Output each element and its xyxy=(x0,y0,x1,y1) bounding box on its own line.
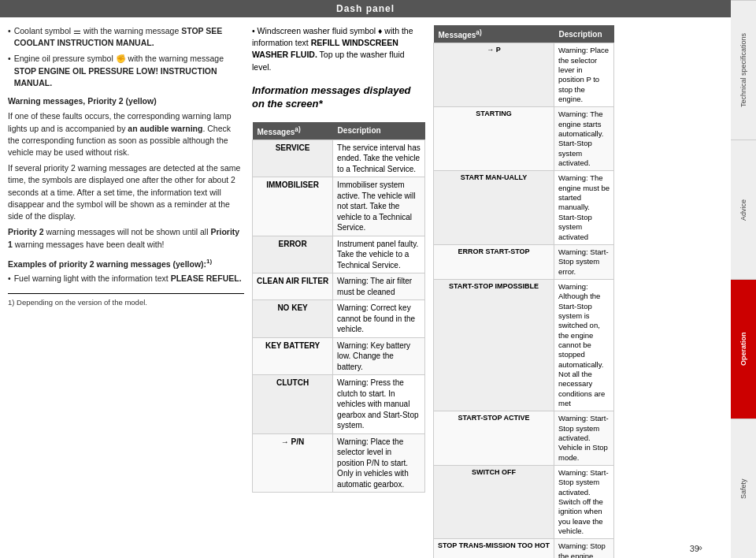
sidebar-section-technical-specifications[interactable]: Technical specifications xyxy=(731,0,756,140)
table-row: NO KEYWarning: Correct key cannot be fou… xyxy=(253,300,425,338)
msg-key: START-STOP ACTIVE xyxy=(434,411,554,466)
msg-desc: Warning: The air filter must be cleaned xyxy=(333,273,425,300)
sidebar-section-safety[interactable]: Safety xyxy=(731,418,756,558)
table-row: → P/NWarning: Place the selector level i… xyxy=(253,433,425,493)
msg-key: NO KEY xyxy=(253,300,333,338)
table-row: KEY BATTERYWarning: Key battery low. Cha… xyxy=(253,337,425,375)
msg-key: ERROR xyxy=(253,236,333,273)
msg-key: KEY BATTERY xyxy=(253,337,333,375)
coolant-text: Coolant symbol ⚌ with the warning messag… xyxy=(14,25,244,49)
mid-column: • Windscreen washer fluid symbol ♦ with … xyxy=(252,25,425,558)
msg-desc: Warning: Start-Stop system activated. Ve… xyxy=(554,411,614,466)
priority-text: Priority 2 warning messages will not be … xyxy=(8,226,244,250)
please-refuel: PLEASE REFUEL. xyxy=(171,273,242,283)
table-row: ERRORInstrument panel faulty. Take the v… xyxy=(253,236,425,273)
examples-heading: Examples of priority 2 warning messages … xyxy=(8,257,244,270)
priority2-label: Priority 2 xyxy=(8,227,44,236)
mid-table: Messagesa) Description SERVICEThe servic… xyxy=(252,122,425,493)
audible-warning: an audible warning xyxy=(128,124,202,133)
table-row: CLUTCHWarning: Press the clutch to start… xyxy=(253,375,425,434)
msg-desc: Warning: Start-Stop system error. xyxy=(554,244,614,279)
footnote: 1) Depending on the version of the model… xyxy=(8,293,244,308)
table-row: → PWarning: Place the selector lever in … xyxy=(434,43,614,107)
bullet-icon3: • xyxy=(8,273,11,285)
info-heading: Information messages displayed on the sc… xyxy=(252,84,425,111)
msg-key: IMMOBILISER xyxy=(253,177,333,236)
msg-desc: Warning: The engine starts automatically… xyxy=(554,107,614,171)
msg-key: START MAN-UALLY xyxy=(434,171,554,244)
bullet-oil: • Engine oil pressure symbol ✊ with the … xyxy=(8,53,244,89)
table-row: SWITCH OFFWarning: Start-Stop system act… xyxy=(434,466,614,539)
para2-text: If several priority 2 warning messages a… xyxy=(8,162,244,222)
content-area: • Coolant symbol ⚌ with the warning mess… xyxy=(0,17,731,558)
sidebar-section-advice[interactable]: Advice xyxy=(731,140,756,279)
table-row: SERVICEThe service interval has ended. T… xyxy=(253,140,425,177)
sidebar-section-operation[interactable]: Operation xyxy=(731,279,756,418)
fuel-text: Fuel warning light with the information … xyxy=(14,273,242,285)
coolant-bold: STOP SEE COOLANT INSTRUCTION MANUAL. xyxy=(14,26,223,47)
table-row: START-STOP IMPOSSIBLEWarning: Although t… xyxy=(434,279,614,411)
right-col2-header: Description xyxy=(554,25,614,43)
dash-panel-header: Dash panel xyxy=(0,0,731,17)
priority1-rest: warning messages have been dealt with! xyxy=(13,240,165,249)
bullet-icon: • xyxy=(8,25,11,49)
warning-heading: Warning messages, Priority 2 (yellow) xyxy=(8,95,244,107)
priority2-rest: warning messages will not be shown until… xyxy=(44,227,211,236)
mid-col2-header: Description xyxy=(333,122,425,140)
msg-desc: Warning: Place the selector level in pos… xyxy=(333,433,425,493)
oil-text: Engine oil pressure symbol ✊ with the wa… xyxy=(14,53,244,89)
table-row: START-STOP ACTIVEWarning: Start-Stop sys… xyxy=(434,411,614,466)
right-column: Messagesa) Description → PWarning: Place… xyxy=(433,25,614,558)
main-content: Dash panel • Coolant symbol ⚌ with the w… xyxy=(0,0,731,558)
msg-key: ERROR START-STOP xyxy=(434,244,554,279)
msg-key: CLEAN AIR FILTER xyxy=(253,273,333,300)
right-col1-header: Messagesa) xyxy=(434,25,554,43)
bullet-fuel: • Fuel warning light with the informatio… xyxy=(8,273,244,285)
table-row: STOP TRANS-MISSION TOO HOTWarning: Stop … xyxy=(434,539,614,558)
msg-key: SWITCH OFF xyxy=(434,466,554,539)
msg-desc: Instrument panel faulty. Take the vehicl… xyxy=(333,236,425,273)
msg-desc: Warning: Key battery low. Change the bat… xyxy=(333,337,425,375)
msg-key: SERVICE xyxy=(253,140,333,177)
washer-text: Windscreen washer fluid symbol ♦ with th… xyxy=(252,26,413,72)
table-row: CLEAN AIR FILTERWarning: The air filter … xyxy=(253,273,425,300)
page-number: 39 xyxy=(690,544,699,553)
msg-desc: Warning: Place the selector lever in pos… xyxy=(554,43,614,107)
msg-key: CLUTCH xyxy=(253,375,333,434)
msg-desc: Warning: Press the clutch to start. In v… xyxy=(333,375,425,434)
footnote-sup: 1) xyxy=(206,258,212,265)
msg-key: START-STOP IMPOSSIBLE xyxy=(434,279,554,411)
msg-key: STARTING xyxy=(434,107,554,171)
bullet-icon4: • xyxy=(252,26,258,35)
msg-key: STOP TRANS-MISSION TOO HOT xyxy=(434,539,554,558)
examples-label: Examples of priority 2 warning messages … xyxy=(8,259,206,268)
right-sidebar: Technical specificationsAdviceOperationS… xyxy=(731,0,756,558)
para1-text: If one of these faults occurs, the corre… xyxy=(8,110,244,158)
mid-bullet: • Windscreen washer fluid symbol ♦ with … xyxy=(252,25,425,73)
msg-key: → P xyxy=(434,43,554,107)
left-column: • Coolant symbol ⚌ with the warning mess… xyxy=(8,25,244,558)
right-table: Messagesa) Description → PWarning: Place… xyxy=(433,25,614,558)
mid-col1-header: Messagesa) xyxy=(253,122,333,140)
msg-key: → P/N xyxy=(253,433,333,493)
refill-bold: REFILL WINDSCREEN WASHER FLUID. xyxy=(252,38,398,59)
msg-desc: Warning: The engine must be started manu… xyxy=(554,171,614,244)
footnote-text: 1) Depending on the version of the model… xyxy=(8,298,147,307)
msg-desc: Warning: Correct key cannot be found in … xyxy=(333,300,425,338)
table-row: STARTINGWarning: The engine starts autom… xyxy=(434,107,614,171)
oil-bold: STOP ENGINE OIL PRESSURE LOW! INSTRUCTIO… xyxy=(14,66,217,87)
table-row: IMMOBILISERImmobiliser system active. Th… xyxy=(253,177,425,236)
bullet-icon2: • xyxy=(8,53,11,89)
bullet-coolant: • Coolant symbol ⚌ with the warning mess… xyxy=(8,25,244,49)
table-row: ERROR START-STOPWarning: Start-Stop syst… xyxy=(434,244,614,279)
msg-desc: Immobiliser system active. The vehicle w… xyxy=(333,177,425,236)
msg-desc: The service interval has ended. Take the… xyxy=(333,140,425,177)
msg-desc: Warning: Stop the engine. Gearbox overhe… xyxy=(554,539,614,558)
msg-desc: Warning: Although the Start-Stop system … xyxy=(554,279,614,411)
header-title: Dash panel xyxy=(336,3,395,14)
msg-desc: Warning: Start-Stop system activated. Sw… xyxy=(554,466,614,539)
table-row: START MAN-UALLYWarning: The engine must … xyxy=(434,171,614,244)
